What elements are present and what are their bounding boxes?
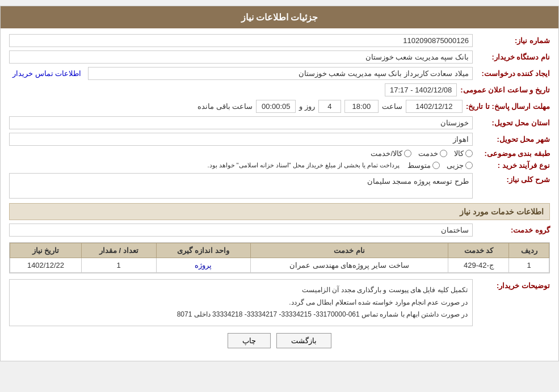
province-row: استان محل تحویل: خوزستان <box>9 116 550 129</box>
cell-name: ساخت سایر پروژه‌های مهندسی عمران <box>250 258 448 273</box>
content-area: شماره نیاز: 1102090875000126 نام دستگاه … <box>1 28 558 361</box>
province-value: خوزستان <box>9 116 473 129</box>
announce-datetime-value: 1402/12/08 - 17:17 <box>385 83 457 96</box>
category-kala-label: کالا <box>454 149 464 158</box>
buttons-row: بازگشت چاپ <box>9 333 550 348</box>
category-kala-khedmat-radio[interactable] <box>404 150 411 157</box>
city-value: اهواز <box>9 133 473 146</box>
province-label: استان محل تحویل: <box>476 119 550 127</box>
purchase-motavasset[interactable]: متوسط <box>407 161 440 170</box>
purchase-type-row: نوع فرآیند خرید : جزیی متوسط پرداخت تمام… <box>9 161 550 170</box>
th-qty: تعداد / مقدار <box>81 243 156 258</box>
services-table-section: ردیف کد خدمت نام خدمت واحد اندازه گیری ت… <box>9 242 550 273</box>
purchase-type-radio-group: جزیی متوسط <box>407 161 473 170</box>
need-desc-row: شرح کلی نیاز: طرح توسعه پروژه مسجد سلیما… <box>9 173 550 199</box>
purchase-jozii-radio[interactable] <box>465 162 473 169</box>
page-header: جزئیات اطلاعات نیاز <box>1 6 558 28</box>
category-kala-khedmat-label: کالا/خدمت <box>371 149 402 158</box>
deadline-date: 1402/12/12 <box>406 100 463 113</box>
remaining-suffix: ساعت باقی مانده <box>197 102 253 111</box>
category-kala[interactable]: کالا <box>454 149 473 158</box>
need-number-row: شماره نیاز: 1102090875000126 <box>9 34 550 47</box>
category-khedmat-radio[interactable] <box>440 150 447 157</box>
buyer-notes-line1: تکمیل کلیه فایل های پیوست و بارگذاری مجد… <box>302 286 468 294</box>
th-row-num: ردیف <box>509 243 549 258</box>
purchase-motavasset-radio[interactable] <box>432 162 440 169</box>
category-radio-group: کالا خدمت کالا/خدمت <box>371 149 473 158</box>
remaining-days-value: 4 <box>318 100 341 113</box>
category-row: طبقه بندی موضوعی: کالا خدمت کالا/خدمت <box>9 149 550 158</box>
need-desc-value: طرح توسعه پروژه مسجد سلیمان <box>9 173 473 199</box>
creator-row: ایجاد کننده درخواست: میلاد سعادت کاربردا… <box>9 67 550 80</box>
buyer-notes-line3: در صورت داشتن ابهام با شماره تماس 061-33… <box>177 310 468 318</box>
need-number-value: 1102090875000126 <box>9 34 473 47</box>
th-code: کد خدمت <box>448 243 509 258</box>
cell-date: 1402/12/22 <box>10 258 82 273</box>
deadline-group: 1402/12/12 ساعت 18:00 4 روز و 00:00:05 س… <box>197 100 463 113</box>
table-header-row: ردیف کد خدمت نام خدمت واحد اندازه گیری ت… <box>10 243 549 258</box>
creator-contact-link[interactable]: اطلاعات تماس خریدار <box>9 68 85 79</box>
page-title: جزئیات اطلاعات نیاز <box>241 12 318 22</box>
creator-value: میلاد سعادت کاربرداز بانک سپه مدیریت شعب… <box>88 67 473 80</box>
th-name: نام خدمت <box>250 243 448 258</box>
category-kala-radio[interactable] <box>465 150 473 157</box>
purchase-motavasset-label: متوسط <box>407 161 431 170</box>
purchase-jozii-label: جزیی <box>447 161 464 170</box>
city-label: شهر محل تحویل: <box>476 135 550 144</box>
deadline-time-label: ساعت <box>382 102 402 111</box>
remaining-days-label: روز و <box>299 102 315 111</box>
remaining-time-value: 00:00:05 <box>256 100 296 113</box>
th-date: تاریخ نیاز <box>10 243 82 258</box>
requester-org-label: نام دستگاه خریدار: <box>476 53 550 61</box>
deadline-label: مهلت ارسال پاسخ: تا تاریخ: <box>466 102 550 111</box>
cell-qty: 1 <box>81 258 156 273</box>
back-button[interactable]: بازگشت <box>276 333 331 348</box>
requester-org-row: نام دستگاه خریدار: بانک سپه مدیریت شعب خ… <box>9 50 550 64</box>
table-row: 1 ج-42-429 ساخت سایر پروژه‌های مهندسی عم… <box>10 258 549 273</box>
category-khedmat-label: خدمت <box>418 149 438 158</box>
purchase-jozii[interactable]: جزیی <box>447 161 473 170</box>
page-container: جزئیات اطلاعات نیاز شماره نیاز: 11020908… <box>0 6 559 361</box>
cell-row-num: 1 <box>509 258 549 273</box>
city-row: شهر محل تحویل: اهواز <box>9 133 550 146</box>
deadline-time-value: 18:00 <box>344 100 379 113</box>
service-group-label: گروه خدمت: <box>476 226 550 234</box>
need-number-label: شماره نیاز: <box>476 36 550 45</box>
buyer-notes-line2: در صورت عدم انجام موارد خواسته شده استعل… <box>289 298 468 306</box>
cell-unit[interactable]: پروژه <box>156 258 250 273</box>
category-khedmat[interactable]: خدمت <box>418 149 447 158</box>
print-button[interactable]: چاپ <box>228 333 271 348</box>
requester-org-value: بانک سپه مدیریت شعب خوزستان <box>9 50 473 64</box>
services-table: ردیف کد خدمت نام خدمت واحد اندازه گیری ت… <box>10 243 549 273</box>
announce-datetime-label: تاریخ و ساعت اعلان عمومی: <box>460 86 550 94</box>
category-kala-khedmat[interactable]: کالا/خدمت <box>371 149 411 158</box>
service-group-row: گروه خدمت: ساختمان <box>9 224 550 237</box>
deadline-row: مهلت ارسال پاسخ: تا تاریخ: 1402/12/12 سا… <box>9 100 550 113</box>
purchase-type-label: نوع فرآیند خرید : <box>476 161 550 170</box>
creator-label: ایجاد کننده درخواست: <box>476 69 550 78</box>
buyer-notes-row: توضیحات خریدار: تکمیل کلیه فایل های پیوس… <box>9 279 550 326</box>
purchase-note: پرداخت تمام یا بخشی از مبلغ خریداز محل "… <box>207 162 400 169</box>
th-unit: واحد اندازه گیری <box>156 243 250 258</box>
buyer-notes-value: تکمیل کلیه فایل های پیوست و بارگذاری مجد… <box>9 279 473 326</box>
need-desc-label: شرح کلی نیاز: <box>476 173 550 184</box>
buyer-notes-label: توضیحات خریدار: <box>476 279 550 290</box>
service-group-value: ساختمان <box>9 224 473 237</box>
category-label: طبقه بندی موضوعی: <box>476 149 550 158</box>
announce-datetime-row: تاریخ و ساعت اعلان عمومی: 1402/12/08 - 1… <box>9 83 550 96</box>
services-section-title: اطلاعات خدمات مورد نیاز <box>9 203 550 220</box>
cell-code: ج-42-429 <box>448 258 509 273</box>
